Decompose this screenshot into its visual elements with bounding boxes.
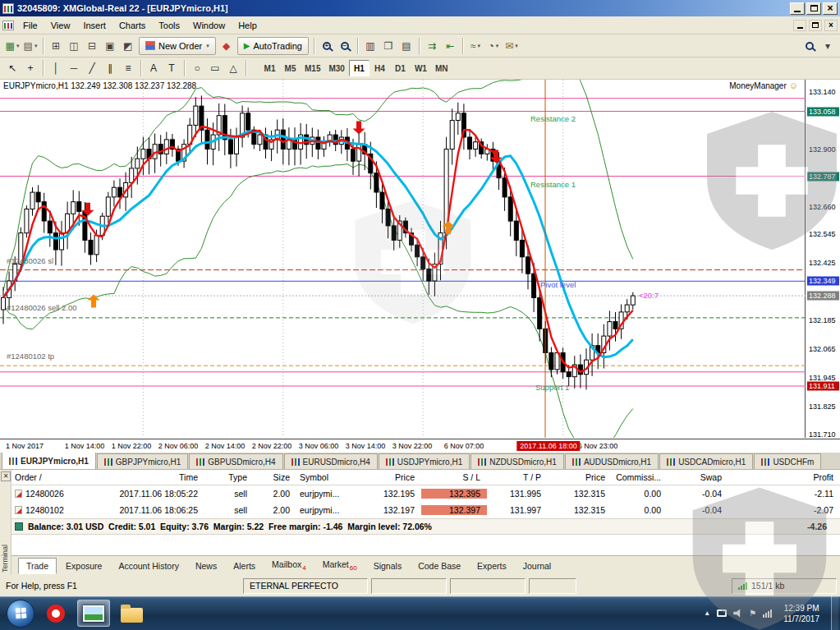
periods-icon[interactable]: ◔▾ xyxy=(484,37,503,55)
terminal-vertical-label[interactable]: Terminal xyxy=(1,527,11,573)
terminal-tab-experts[interactable]: Experts xyxy=(470,559,514,573)
more-tools-icon[interactable]: ▾ xyxy=(819,37,837,55)
ellipse-icon[interactable]: ○ xyxy=(188,59,206,77)
open-order-row[interactable]: 124801022017.11.06 18:06:25sell2.00eurjp… xyxy=(11,502,840,518)
crosshair-icon[interactable]: + xyxy=(21,59,39,77)
chart-tab-eurjpymicro-h1[interactable]: EURJPYmicro,H1 xyxy=(2,453,96,469)
terminal-close-button[interactable]: ✕ xyxy=(1,471,11,481)
menu-view[interactable]: View xyxy=(44,18,77,33)
menu-file[interactable]: File xyxy=(16,18,44,33)
column-header-profit[interactable]: Profit xyxy=(728,472,840,482)
cascade-windows-icon[interactable]: ❐ xyxy=(379,37,397,55)
account-summary-row[interactable]: Balance: 3.01 USD Credit: 5.01 Equity: 3… xyxy=(11,518,840,535)
show-hidden-icons-button[interactable]: ▲ xyxy=(704,610,710,617)
new-chart-icon[interactable]: ▦▾ xyxy=(3,37,21,55)
timeframe-h4[interactable]: H4 xyxy=(370,60,390,76)
terminal-tab-signals[interactable]: Signals xyxy=(366,559,409,573)
terminal-tab-code-base[interactable]: Code Base xyxy=(411,559,468,573)
timeframe-d1[interactable]: D1 xyxy=(390,60,411,76)
chart-tab-nzdusdmicro-h1[interactable]: NZDUSDmicro,H1 xyxy=(470,453,564,469)
chart-label-support-1[interactable]: Support 1 xyxy=(535,383,569,392)
equidistant-channel-icon[interactable]: ∥ xyxy=(101,59,119,77)
terminal-tab-exposure[interactable]: Exposure xyxy=(58,559,109,573)
column-header-time[interactable]: Time xyxy=(85,472,204,482)
terminal-tab-account-history[interactable]: Account History xyxy=(111,559,186,573)
taskbar-app-active[interactable] xyxy=(77,600,110,627)
templates-icon[interactable]: ✉▾ xyxy=(503,37,521,55)
timeframe-mn[interactable]: MN xyxy=(431,60,452,76)
new-order-button[interactable]: New Order▾ xyxy=(139,37,216,55)
chart-tab-gbpusdmicro-h4[interactable]: GBPUSDmicro,H4 xyxy=(189,453,282,469)
display-tray-icon[interactable] xyxy=(717,609,727,617)
menu-insert[interactable]: Insert xyxy=(76,18,112,33)
search-icon[interactable] xyxy=(801,37,819,55)
rectangle-icon[interactable]: ▭ xyxy=(206,59,224,77)
chart-label-resistance-1[interactable]: Resistance 1 xyxy=(530,180,576,189)
start-button[interactable] xyxy=(7,600,34,628)
terminal-toggle-icon[interactable]: ▣ xyxy=(101,37,119,55)
chart-label-12480102-tp[interactable]: #12480102 tp xyxy=(7,352,54,361)
ea-smiley-icon[interactable]: ☺ xyxy=(789,81,798,90)
column-header-price[interactable]: Price xyxy=(362,472,421,482)
menu-charts[interactable]: Charts xyxy=(112,18,152,33)
volume-tray-icon[interactable] xyxy=(733,609,742,618)
tile-windows-icon[interactable]: ▥ xyxy=(361,37,379,55)
taskbar-app-explorer[interactable] xyxy=(115,600,148,627)
navigator-icon[interactable]: ⊟ xyxy=(83,37,101,55)
chart-tab-usdcadmicro-h1[interactable]: USDCADmicro,H1 xyxy=(659,453,753,469)
indicators-icon[interactable]: ≈▾ xyxy=(466,37,484,55)
chart-tab-usdchfm[interactable]: USDCHFm xyxy=(754,453,821,469)
taskbar-clock[interactable]: 12:39 PM 11/7/2017 xyxy=(778,603,824,624)
timeframe-m1[interactable]: M1 xyxy=(259,60,280,76)
open-order-row[interactable]: 124800262017.11.06 18:05:22sell2.00eurjp… xyxy=(11,485,840,502)
timeframe-m30[interactable]: M30 xyxy=(324,60,348,76)
column-header-s-l[interactable]: S / L xyxy=(421,472,487,482)
text-label-icon[interactable]: T xyxy=(163,59,181,77)
zoom-in-icon[interactable]: + xyxy=(318,37,336,55)
terminal-tab-alerts[interactable]: Alerts xyxy=(226,559,263,573)
metaeditor-icon[interactable]: ◆ xyxy=(218,37,236,55)
triangle-icon[interactable]: △ xyxy=(224,59,242,77)
terminal-tab-news[interactable]: News xyxy=(188,559,224,573)
column-header-swap[interactable]: Swap xyxy=(668,472,728,482)
maximize-button[interactable] xyxy=(806,2,821,15)
fibonacci-retracement-icon[interactable]: ≡ xyxy=(119,59,137,77)
arrange-windows-icon[interactable]: ▤ xyxy=(397,37,415,55)
terminal-tab-mailbox[interactable]: Mailbox4 xyxy=(264,557,314,574)
chart-label-20-7[interactable]: <20:7 xyxy=(639,291,659,300)
chart-label-12480026-sell-2-00[interactable]: #12480026 sell 2.00 xyxy=(7,303,77,312)
timeframe-m5[interactable]: M5 xyxy=(280,60,301,76)
child-close-button[interactable]: × xyxy=(824,20,838,31)
terminal-tab-market[interactable]: Market60 xyxy=(315,557,365,574)
trendline-icon[interactable]: ╱ xyxy=(83,59,101,77)
market-watch-icon[interactable]: ⊞ xyxy=(47,37,65,55)
vertical-line-icon[interactable]: │ xyxy=(47,59,65,77)
zoom-out-icon[interactable]: − xyxy=(336,37,354,55)
chart-tab-audusdmicro-h1[interactable]: AUDUSDmicro,H1 xyxy=(565,453,659,469)
profiles-icon[interactable]: ▤▾ xyxy=(21,37,39,55)
column-header-type[interactable]: Type xyxy=(204,472,254,482)
connection-status[interactable]: 151/1 kb xyxy=(732,578,837,594)
sell-signal-arrow-2[interactable] xyxy=(353,122,365,135)
horizontal-line-icon[interactable]: ─ xyxy=(65,59,83,77)
menu-window[interactable]: Window xyxy=(186,18,232,33)
column-header-price[interactable]: Price xyxy=(548,472,612,482)
column-header-size[interactable]: Size xyxy=(254,472,296,482)
cursor-icon[interactable]: ↖ xyxy=(3,59,21,77)
chart-plot[interactable]: Resistance 2Resistance 1Pivot levelSuppo… xyxy=(0,80,806,438)
titlebar[interactable]: 32045809: XMGlobal-Real 22 - [EURJPYmicr… xyxy=(0,0,840,16)
column-header-order[interactable]: Order / xyxy=(11,472,85,482)
time-axis[interactable]: 1 Nov 20171 Nov 14:001 Nov 22:002 Nov 06… xyxy=(0,439,840,453)
auto-scroll-icon[interactable]: ⇉ xyxy=(423,37,441,55)
autotrading-button[interactable]: ▶AutoTrading xyxy=(237,37,309,55)
menu-help[interactable]: Help xyxy=(232,18,264,33)
text-icon[interactable]: A xyxy=(145,59,163,77)
child-restore-button[interactable] xyxy=(809,20,822,31)
column-header-t-p[interactable]: T / P xyxy=(487,472,548,482)
chart-tab-usdjpymicro-h1[interactable]: USDJPYmicro,H1 xyxy=(379,453,470,469)
candlesticks[interactable] xyxy=(2,95,636,389)
taskbar-app-browser[interactable] xyxy=(39,600,72,627)
strategy-tester-icon[interactable]: ◩ xyxy=(119,37,137,55)
price-axis[interactable]: 133.140133.058132.900132.787132.660132.5… xyxy=(806,80,840,438)
network-tray-icon[interactable] xyxy=(763,609,772,618)
